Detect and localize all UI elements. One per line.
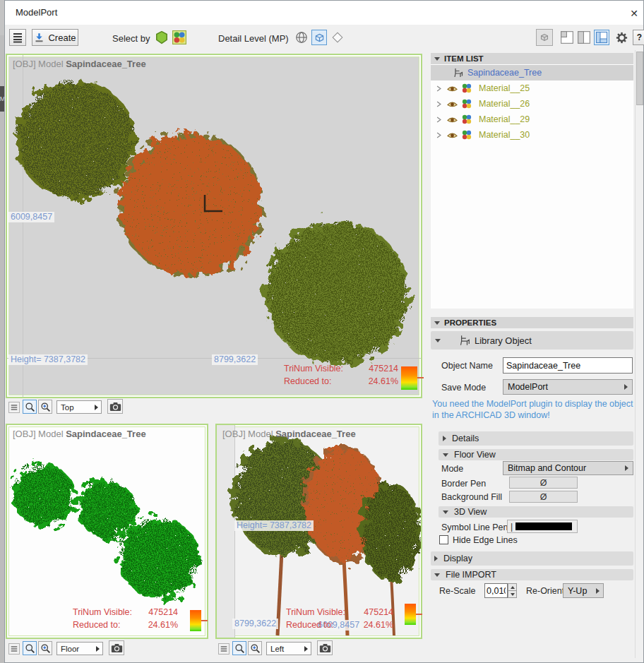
- viewport-left-zoom-in-button[interactable]: [248, 641, 262, 655]
- item-row-material[interactable]: Material__29: [431, 112, 633, 127]
- eye-icon[interactable]: [446, 115, 458, 124]
- reorient-label: Re-Orient: [526, 586, 564, 596]
- expand-chevron-icon[interactable]: [435, 100, 443, 108]
- item-row-material[interactable]: Material__26: [431, 96, 633, 112]
- file-import-section[interactable]: File IMPORT: [431, 569, 633, 580]
- settings-button[interactable]: [614, 30, 629, 45]
- expand-chevron-icon[interactable]: [435, 131, 443, 139]
- hexagon-shape-icon: [155, 30, 169, 44]
- help-button-label: ?: [637, 32, 642, 42]
- save-mode-dropdown[interactable]: ModelPort: [503, 379, 633, 395]
- close-button[interactable]: ✕: [625, 6, 643, 21]
- display-section[interactable]: Display: [431, 551, 633, 566]
- viewport-floor-snapshot-button[interactable]: [109, 640, 124, 655]
- item-row-material[interactable]: Material__25: [431, 80, 633, 96]
- viewport-top-zoom-in-button[interactable]: [38, 400, 52, 414]
- viewport-top-canvas[interactable]: [7, 55, 421, 397]
- layout-split-button[interactable]: [577, 30, 591, 44]
- viewport-left-canvas[interactable]: [217, 425, 421, 638]
- details-section[interactable]: Details: [439, 431, 633, 446]
- viewport-left: [OBJ] Model Sapindaceae_Tree Height= 738…: [215, 424, 422, 639]
- item-row-object[interactable]: Sapindaceae_Tree: [431, 65, 633, 80]
- chair-icon: [458, 334, 470, 347]
- trinum-value: 475214: [350, 364, 398, 374]
- viewport-left-view-selector[interactable]: Left: [266, 642, 311, 655]
- gradient-tick: [416, 614, 422, 615]
- material-label: Material__29: [479, 114, 530, 124]
- object-name-input[interactable]: [503, 357, 633, 374]
- rescale-input[interactable]: [484, 583, 508, 598]
- rescale-label: Re-Scale: [439, 586, 475, 596]
- viewport-top-snapshot-button[interactable]: [107, 399, 123, 414]
- viewport-left-snapshot-button[interactable]: [317, 640, 333, 655]
- expand-chevron-icon[interactable]: [435, 85, 443, 92]
- viewport-left-menu-button[interactable]: [218, 643, 229, 655]
- view-selector-value: Top: [61, 403, 74, 412]
- background-fill-button[interactable]: Ø: [509, 491, 578, 503]
- panel-scrollbar-thumb[interactable]: [636, 52, 643, 105]
- help-button[interactable]: ?: [633, 30, 644, 45]
- spinner-down-button[interactable]: [508, 591, 516, 597]
- collapse-triangle-icon: [443, 510, 448, 514]
- camera-icon: [109, 402, 121, 412]
- layout-single-button[interactable]: [560, 30, 574, 44]
- magnifier-icon: [25, 643, 35, 654]
- viewport-left-zoom-fit-button[interactable]: [232, 641, 246, 655]
- viewport-top: [OBJ] Model Sapindaceae_Tree 6009,8457 H…: [6, 54, 422, 398]
- viewport-model-name: Sapindaceae_Tree: [66, 429, 145, 439]
- modelport-window: M ModelPort ✕ Create Select by: [0, 0, 644, 663]
- detail-level-full-button[interactable]: [294, 30, 309, 44]
- properties-header[interactable]: PROPERTIES: [431, 317, 633, 328]
- layout-split-icon: [577, 30, 591, 44]
- title-bar: ModelPort ✕: [5, 1, 643, 25]
- layout-triple-button[interactable]: [594, 30, 609, 45]
- detail-level-low-button[interactable]: [330, 30, 345, 44]
- item-list-header[interactable]: ITEM LIST: [431, 53, 633, 64]
- symbol-line-pen-button[interactable]: |: [507, 520, 578, 533]
- panel-scrollbar-track[interactable]: [635, 50, 643, 658]
- trinum-value: 475214: [352, 607, 393, 617]
- magnifier-icon: [234, 643, 245, 654]
- border-pen-button[interactable]: Ø: [509, 477, 578, 489]
- viewport-floor-canvas[interactable]: [7, 425, 207, 638]
- viewport-left-label: [OBJ] Model Sapindaceae_Tree: [222, 429, 356, 439]
- mode-dropdown[interactable]: Bitmap and Contour: [503, 461, 633, 475]
- viewport-floor-view-selector[interactable]: Floor: [56, 642, 103, 655]
- floor-view-section[interactable]: Floor View: [439, 449, 633, 460]
- item-row-material[interactable]: Material__30: [431, 127, 633, 143]
- background-fill-value: Ø: [540, 492, 547, 502]
- viewport-top-menu-button[interactable]: [8, 402, 20, 413]
- reorient-dropdown[interactable]: Y-Up: [563, 583, 604, 598]
- viewport-floor-menu-button[interactable]: [8, 643, 20, 655]
- dropdown-arrow-icon: [304, 646, 308, 652]
- viewport-top-zoom-fit-button[interactable]: [23, 400, 37, 414]
- eye-icon[interactable]: [446, 84, 458, 93]
- select-by-shape-button[interactable]: [155, 30, 169, 44]
- detail-level-medium-button[interactable]: [311, 30, 327, 45]
- dropdown-arrow-icon: [624, 384, 628, 390]
- expand-chevron-icon[interactable]: [435, 116, 443, 124]
- viewport-top-view-selector[interactable]: Top: [56, 400, 102, 414]
- spinner-up-button[interactable]: [508, 584, 516, 591]
- model-3d-button[interactable]: [536, 29, 553, 46]
- reduced-label: Reduced to:: [73, 620, 132, 630]
- menu-button[interactable]: [9, 29, 26, 46]
- dropdown-arrow-icon: [596, 588, 600, 594]
- hide-edge-lines-checkbox[interactable]: [439, 535, 448, 544]
- select-by-material-button[interactable]: [172, 30, 186, 44]
- viewport-floor-label: [OBJ] Model Sapindaceae_Tree: [13, 429, 146, 439]
- viewport-label-prefix: [OBJ] Model: [222, 429, 273, 439]
- material-balls-icon: [461, 98, 472, 109]
- trinum-value: 475214: [139, 607, 178, 617]
- viewport-floor-zoom-fit-button[interactable]: [23, 641, 37, 655]
- 3d-view-section[interactable]: 3D View: [439, 506, 633, 518]
- eye-icon[interactable]: [446, 100, 458, 109]
- viewport-label-prefix: [OBJ] Model: [13, 429, 64, 439]
- create-button[interactable]: Create: [32, 29, 78, 46]
- library-object-section[interactable]: Library Object: [431, 331, 633, 350]
- trinum-label: TriNum Visible:: [73, 607, 132, 617]
- eye-icon[interactable]: [446, 131, 458, 140]
- viewport-floor-zoom-in-button[interactable]: [38, 641, 52, 655]
- spinner-down-icon: [511, 593, 515, 596]
- reduction-gradient-legend: [190, 610, 201, 631]
